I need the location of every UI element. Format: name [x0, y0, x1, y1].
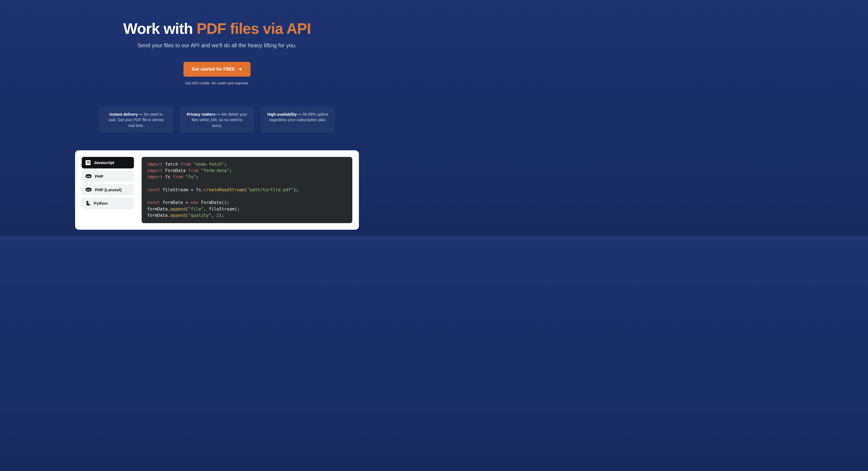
- feature-card-privacy: Privacy matters — We delete your files w…: [180, 107, 254, 133]
- tab-php[interactable]: php PHP: [82, 171, 134, 182]
- language-tabs: JS Javascript php PHP php PHP (Laravel) …: [82, 157, 134, 223]
- php-icon: php: [86, 174, 92, 178]
- hero-subtitle: Send your files to our API and we'll do …: [0, 42, 434, 48]
- hero-title: Work with PDF files via API: [0, 20, 434, 37]
- tab-label: PHP: [95, 174, 103, 179]
- code-block: import fetch from "node-fetch"; import F…: [142, 157, 352, 223]
- feature-card-instant: Instant delivery — No need to wait. Get …: [99, 107, 173, 133]
- cta-caption: Get 500 credits. No credit card required…: [0, 81, 434, 85]
- php-icon: php: [86, 188, 92, 192]
- cta-label: Get started for FREE: [192, 67, 235, 72]
- python-icon: [86, 201, 91, 206]
- tab-javascript[interactable]: JS Javascript: [82, 157, 134, 168]
- tab-python[interactable]: Python: [82, 198, 134, 209]
- tab-php-laravel[interactable]: php PHP (Laravel): [82, 184, 134, 195]
- hero-title-accent: PDF files via API: [197, 20, 311, 37]
- feature-bold: Instant delivery —: [110, 112, 144, 116]
- tab-label: PHP (Laravel): [95, 188, 122, 192]
- features-row: Instant delivery — No need to wait. Get …: [0, 107, 434, 133]
- arrow-right-icon: [238, 67, 242, 71]
- tab-label: Python: [94, 201, 108, 206]
- tab-label: Javascript: [94, 160, 114, 165]
- feature-bold: High availability —: [267, 112, 303, 116]
- javascript-icon: JS: [86, 160, 91, 165]
- get-started-button[interactable]: Get started for FREE: [183, 62, 250, 77]
- code-panel: JS Javascript php PHP php PHP (Laravel) …: [75, 150, 359, 230]
- feature-bold: Privacy matters —: [187, 112, 221, 116]
- hero-title-prefix: Work with: [123, 20, 197, 37]
- feature-card-availability: High availability — 99.99% uptime regard…: [261, 107, 335, 133]
- hero-section: Work with PDF files via API Send your fi…: [0, 0, 434, 85]
